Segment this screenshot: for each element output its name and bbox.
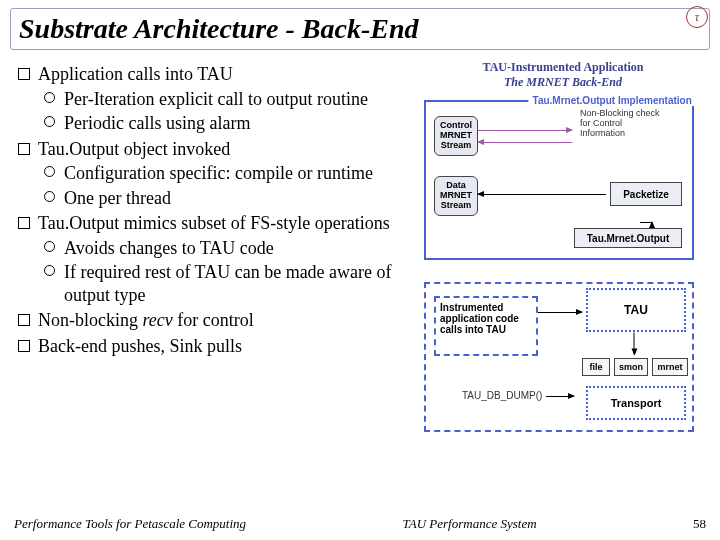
arrow-instr-to-tau bbox=[538, 312, 582, 313]
diagram: TAU-Instrumented Application The MRNET B… bbox=[418, 60, 708, 480]
sub-list: Avoids changes to TAU codeIf required re… bbox=[38, 237, 412, 307]
arrow-tau-down bbox=[634, 333, 635, 355]
list-item: Tau.Output mimics subset of FS-style ope… bbox=[12, 212, 412, 306]
diagram-subtitle: The MRNET Back-End bbox=[418, 75, 708, 90]
list-item: Back-end pushes, Sink pulls bbox=[12, 335, 412, 358]
sub-list-item: Avoids changes to TAU code bbox=[38, 237, 412, 260]
tau-mrnet-output-box: Tau.Mrnet.Output bbox=[574, 228, 682, 248]
packetize-box: Packetize bbox=[610, 182, 682, 206]
arrow-packetize-to-data bbox=[478, 194, 606, 195]
bullet-list: Application calls into TAUPer-Iteration … bbox=[12, 63, 412, 357]
diagram-title: TAU-Instrumented Application bbox=[418, 60, 708, 75]
list-item: Tau.Output object invokedConfiguration s… bbox=[12, 138, 412, 210]
data-stream-box: Data MRNET Stream bbox=[434, 176, 478, 216]
sub-list-item: If required rest of TAU can be made awar… bbox=[38, 261, 412, 306]
instr-app-box: Instrumented application code calls into… bbox=[434, 296, 538, 356]
sub-list: Configuration specific: compile or runti… bbox=[38, 162, 412, 209]
arrow-control-out bbox=[478, 130, 572, 131]
title-bar: Substrate Architecture - Back-End bbox=[10, 8, 710, 50]
mrnet-box: mrnet bbox=[652, 358, 688, 376]
sub-list-item: One per thread bbox=[38, 187, 412, 210]
arrow-control-back bbox=[478, 142, 572, 143]
sub-list-item: Periodic calls using alarm bbox=[38, 112, 412, 135]
control-stream-box: Control MRNET Stream bbox=[434, 116, 478, 156]
list-item: Application calls into TAUPer-Iteration … bbox=[12, 63, 412, 135]
list-item: Non-blocking recv for control bbox=[12, 309, 412, 332]
sub-list-item: Configuration specific: compile or runti… bbox=[38, 162, 412, 185]
footer-mid: TAU Performance System bbox=[246, 516, 693, 532]
smon-box: smon bbox=[614, 358, 648, 376]
footer-left: Performance Tools for Petascale Computin… bbox=[14, 516, 246, 532]
footer: Performance Tools for Petascale Computin… bbox=[0, 516, 720, 532]
page-number: 58 bbox=[693, 516, 706, 532]
slide-title: Substrate Architecture - Back-End bbox=[19, 13, 701, 45]
transport-box: Transport bbox=[586, 386, 686, 420]
tau-logo: τ bbox=[686, 6, 708, 28]
nb-check-label: Non-Blocking check for Control Informati… bbox=[580, 108, 690, 138]
arrow-dbdump bbox=[546, 396, 574, 397]
sub-list: Per-Iteration explicit call to output ro… bbox=[38, 88, 412, 135]
bullet-column: Application calls into TAUPer-Iteration … bbox=[12, 60, 412, 480]
content-row: Application calls into TAUPer-Iteration … bbox=[0, 60, 720, 480]
db-dump-label: TAU_DB_DUMP() bbox=[462, 390, 542, 401]
tau-dotted-box: TAU bbox=[586, 288, 686, 332]
arrow-tmo-to-packetize bbox=[640, 222, 652, 223]
sub-list-item: Per-Iteration explicit call to output ro… bbox=[38, 88, 412, 111]
file-box: file bbox=[582, 358, 610, 376]
impl-label: Tau.Mrnet.Output Implementation bbox=[529, 95, 696, 106]
